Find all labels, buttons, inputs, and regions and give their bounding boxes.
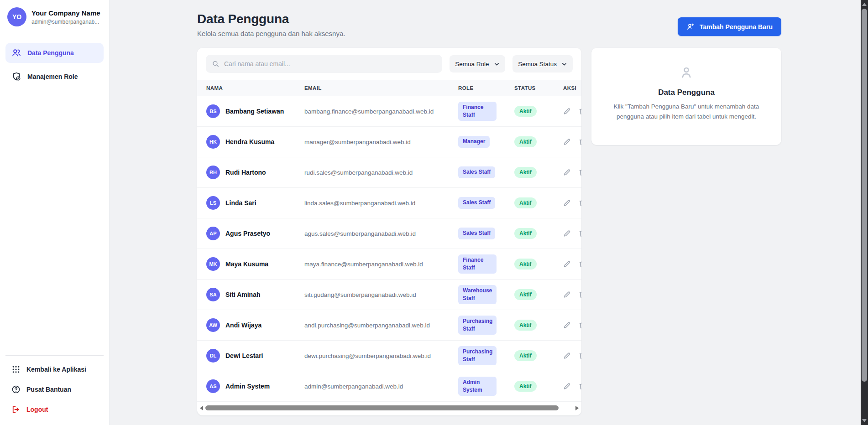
horizontal-scrollbar-thumb[interactable] [205,405,559,410]
filter-bar: Semua Role Semua Status [197,48,581,80]
delete-button[interactable] [578,260,581,268]
user-avatar: HK [206,135,220,149]
user-email: maya.finance@sumberpanganabadi.web.id [304,261,458,268]
detail-panel: Data Pengguna Klik "Tambah Pengguna Baru… [591,48,781,145]
search-icon [212,60,220,68]
delete-button[interactable] [578,321,581,329]
table-row[interactable]: RH Rudi Hartono rudi.sales@sumberpangana… [197,157,581,188]
chevron-down-icon [494,61,500,67]
scroll-up-arrow-icon[interactable] [862,3,867,6]
status-badge: Aktif [514,350,537,361]
edit-button[interactable] [563,138,571,146]
role-badge: Finance Staff [458,254,497,274]
delete-button[interactable] [578,290,581,299]
sidebar-item-label: Data Pengguna [27,49,74,57]
table-scroller: NAMA EMAIL ROLE STATUS AKSI BS Bambang S… [197,80,581,402]
table-row[interactable]: BS Bambang Setiawan bambang.finance@sumb… [197,96,581,127]
user-email: bambang.finance@sumberpanganabadi.web.id [304,108,458,115]
user-name: Andi Wijaya [225,321,261,329]
delete-button[interactable] [578,138,581,146]
user-email: rudi.sales@sumberpanganabadi.web.id [304,169,458,176]
page-title: Data Pengguna [197,12,345,26]
user-name: Agus Prasetyo [225,230,270,237]
table-row[interactable]: HK Hendra Kusuma manager@sumberpanganaba… [197,127,581,157]
user-avatar: AW [206,318,220,332]
sidebar-item-manajemen-role[interactable]: Manajemen Role [5,67,104,87]
detail-panel-title: Data Pengguna [607,88,766,97]
add-user-button-label: Tambah Pengguna Baru [700,23,773,31]
user-name: Siti Aminah [225,291,261,298]
footer-item-label: Logout [26,406,48,413]
user-name: Hendra Kusuma [225,138,274,145]
delete-button[interactable] [578,382,581,390]
status-badge: Aktif [514,381,537,392]
user-avatar: AP [206,227,220,240]
table-row[interactable]: LS Linda Sari linda.sales@sumberpanganab… [197,188,581,218]
status-filter-select[interactable]: Semua Status [512,55,573,73]
status-badge: Aktif [514,106,537,117]
role-badge: Purchasing Staff [458,316,497,335]
table-row[interactable]: DL Dewi Lestari dewi.purchasing@sumberpa… [197,341,581,371]
edit-button[interactable] [563,352,571,360]
role-badge: Sales Staff [458,228,495,239]
delete-button[interactable] [578,229,581,238]
add-user-button[interactable]: Tambah Pengguna Baru [678,17,781,36]
role-badge: Sales Staff [458,197,495,208]
role-badge: Sales Staff [458,166,495,178]
user-avatar: MK [206,257,220,271]
horizontal-scrollbar[interactable] [199,404,580,412]
back-to-app-button[interactable]: Kembali ke Aplikasi [5,360,104,378]
user-name: Admin System [225,383,270,390]
delete-button[interactable] [578,352,581,360]
edit-button[interactable] [563,382,571,390]
delete-button[interactable] [578,168,581,176]
status-badge: Aktif [514,259,537,270]
sidebar-item-data-pengguna[interactable]: Data Pengguna [5,43,104,63]
user-name: Bambang Setiawan [225,108,284,115]
scroll-down-arrow-icon[interactable] [862,419,867,422]
table-row[interactable]: AW Andi Wijaya andi.purchasing@sumberpan… [197,310,581,341]
edit-button[interactable] [563,199,571,207]
edit-button[interactable] [563,168,571,176]
edit-button[interactable] [563,321,571,329]
table-row[interactable]: AP Agus Prasetyo agus.sales@sumberpangan… [197,218,581,249]
status-badge: Aktif [514,136,537,147]
role-filter-select[interactable]: Semua Role [450,55,505,73]
footer-item-label: Kembali ke Aplikasi [26,366,86,373]
detail-panel-description: Klik "Tambah Pengguna Baru" untuk menamb… [607,102,766,122]
role-filter-value: Semua Role [455,61,489,67]
sidebar: YO Your Company Name admin@sumberpangana… [0,0,110,425]
footer-item-label: Pusat Bantuan [26,386,71,393]
vertical-scrollbar-thumb[interactable] [862,9,867,382]
company-profile: YO Your Company Name admin@sumberpangana… [5,6,104,31]
edit-button[interactable] [563,290,571,299]
column-header-email: EMAIL [304,85,458,91]
shield-user-icon [11,72,21,82]
user-email: agus.sales@sumberpanganabadi.web.id [304,230,458,237]
vertical-scrollbar[interactable] [861,0,868,425]
logout-button[interactable]: Logout [5,400,104,419]
table-row[interactable]: AS Admin System admin@sumberpanganabadi.… [197,371,581,402]
scroll-left-arrow-icon[interactable] [200,406,203,410]
help-center-button[interactable]: Pusat Bantuan [5,380,104,399]
edit-button[interactable] [563,260,571,268]
search-input[interactable] [206,55,442,73]
company-avatar: YO [7,7,26,26]
chevron-down-icon [561,61,567,67]
table-row[interactable]: MK Maya Kusuma maya.finance@sumberpangan… [197,249,581,280]
user-email: andi.purchasing@sumberpanganabadi.web.id [304,322,458,329]
table-row[interactable]: SA Siti Aminah siti.gudang@sumberpangana… [197,280,581,310]
scroll-right-arrow-icon[interactable] [575,406,579,410]
delete-button[interactable] [578,199,581,207]
table-body: BS Bambang Setiawan bambang.finance@sumb… [197,96,581,402]
edit-button[interactable] [563,229,571,238]
company-name: Your Company Name [31,9,100,18]
user-avatar: LS [206,196,220,210]
sidebar-footer: Kembali ke Aplikasi Pusat Bantuan Logo [5,355,104,419]
user-email: siti.gudang@sumberpanganabadi.web.id [304,291,458,298]
role-badge: Finance Staff [458,102,497,121]
table-header: NAMA EMAIL ROLE STATUS AKSI [197,80,581,96]
edit-button[interactable] [563,107,571,115]
user-name: Linda Sari [225,199,256,207]
delete-button[interactable] [578,107,581,115]
